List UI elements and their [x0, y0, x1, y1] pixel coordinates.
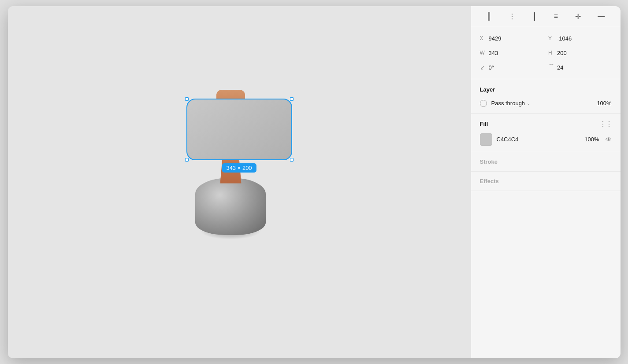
- effects-title: Effects: [480, 178, 499, 184]
- dimension-label: 343 × 200: [222, 163, 256, 173]
- more-icon[interactable]: —: [596, 11, 606, 22]
- fill-title: Fill: [480, 121, 488, 127]
- rotation-pair: ↙ 0°: [480, 63, 543, 73]
- fill-hex[interactable]: C4C4C4: [497, 136, 580, 143]
- w-label: W: [480, 50, 486, 56]
- rotation-value[interactable]: 0°: [486, 63, 543, 73]
- right-panel: ║ ⋮ ┃ ≡ ✛ — X 9429 Y -1046 W: [471, 6, 621, 358]
- fill-section: Fill ⋮⋮ C4C4C4 100% 👁: [471, 114, 621, 152]
- handle-tr[interactable]: [290, 97, 294, 101]
- app-window: 343 × 200 ║ ⋮ ┃ ≡ ✛ — X 9429: [8, 6, 621, 358]
- h-pair: H 200: [548, 48, 612, 58]
- x-value[interactable]: 9429: [486, 33, 543, 44]
- corner-value[interactable]: 24: [554, 63, 612, 73]
- distribute-icon[interactable]: ✛: [573, 11, 583, 22]
- x-pair: X 9429: [480, 33, 543, 44]
- rotation-label: ↙: [480, 64, 486, 71]
- align-left-icon[interactable]: ║: [485, 11, 493, 22]
- blend-mode-label: Pass through: [491, 100, 525, 107]
- fill-add-icon[interactable]: ⋮⋮: [599, 120, 612, 128]
- chevron-down-icon: ⌄: [527, 101, 530, 106]
- stroke-section: Stroke: [471, 152, 621, 172]
- selected-element[interactable]: 343 × 200: [186, 99, 292, 160]
- align-center-icon[interactable]: ⋮: [507, 11, 517, 22]
- y-pair: Y -1046: [548, 33, 612, 44]
- h-label: H: [548, 50, 554, 56]
- align-right-icon[interactable]: ┃: [531, 11, 539, 22]
- base-body: [195, 178, 266, 235]
- effects-header-row: Effects: [480, 178, 612, 184]
- handle-tl[interactable]: [185, 97, 189, 101]
- fill-header: Fill ⋮⋮: [480, 120, 612, 128]
- stroke-header-row: Stroke: [480, 158, 612, 165]
- effects-section: Effects: [471, 172, 621, 191]
- eye-icon[interactable]: 👁: [606, 136, 612, 143]
- blend-mode-icon: [480, 100, 487, 107]
- corner-label: ⌒: [548, 63, 554, 71]
- rotation-row: ↙ 0° ⌒ 24: [480, 63, 612, 73]
- layer-row: Pass through ⌄ 100%: [471, 97, 621, 114]
- fill-opacity[interactable]: 100%: [584, 136, 599, 143]
- wh-row: W 343 H 200: [480, 48, 612, 58]
- handle-br[interactable]: [290, 158, 294, 162]
- canvas-area[interactable]: 343 × 200: [8, 6, 471, 358]
- blend-mode-selector[interactable]: Pass through ⌄: [491, 100, 597, 107]
- align-justify-icon[interactable]: ≡: [552, 11, 560, 22]
- toolbar-row: ║ ⋮ ┃ ≡ ✛ —: [471, 6, 621, 27]
- layer-title: Layer: [480, 86, 495, 93]
- handle-bl[interactable]: [185, 158, 189, 162]
- color-swatch[interactable]: [480, 133, 492, 146]
- stroke-title: Stroke: [480, 158, 498, 165]
- fill-row: C4C4C4 100% 👁: [480, 133, 612, 146]
- w-pair: W 343: [480, 48, 543, 58]
- y-value[interactable]: -1046: [554, 33, 612, 44]
- w-value[interactable]: 343: [486, 48, 543, 58]
- xy-row: X 9429 Y -1046: [480, 33, 612, 44]
- opacity-value[interactable]: 100%: [597, 100, 611, 107]
- position-section: X 9429 Y -1046 W 343 H 200: [471, 27, 621, 79]
- x-label: X: [480, 35, 486, 41]
- h-value[interactable]: 200: [554, 48, 612, 58]
- layer-section: Layer Pass through ⌄ 100%: [471, 79, 621, 114]
- y-label: Y: [548, 35, 554, 41]
- corner-pair: ⌒ 24: [548, 63, 612, 73]
- scene: 343 × 200: [173, 90, 305, 275]
- layer-header: Layer: [471, 79, 621, 97]
